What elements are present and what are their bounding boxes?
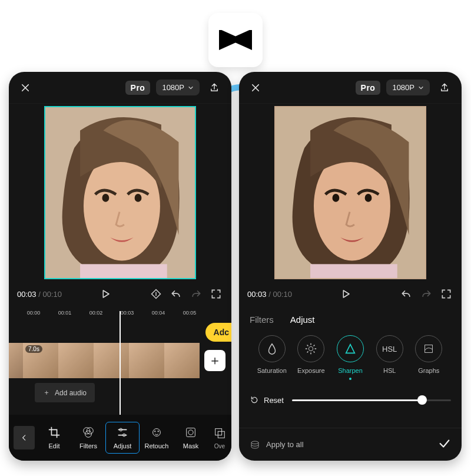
playback-controls: 00:03 / 00:10 [9,279,231,306]
tool-retouch[interactable]: Retouch [140,422,174,453]
clip-thumbnail[interactable] [164,343,200,378]
clip-thumbnail[interactable] [58,343,94,378]
keyframe-icon [150,288,162,300]
resolution-dropdown[interactable]: 1080P [386,80,430,95]
ruler-mark: 00:01 [58,310,72,316]
option-hsl[interactable]: HSL HSL [372,335,407,374]
ruler-mark: 00:03 [121,310,134,316]
close-icon [20,82,31,93]
option-exposure[interactable]: Exposure [293,335,329,374]
add-audio-label: Add audio [55,389,87,397]
export-button[interactable] [436,79,453,97]
clip-thumbnail[interactable] [9,343,23,378]
video-preview[interactable] [274,106,426,279]
svg-rect-1 [219,50,252,52]
svg-rect-6 [80,264,167,278]
svg-point-13 [154,431,155,432]
reset-button[interactable]: Reset [250,395,284,405]
tab-adjust[interactable]: Adjust [290,315,315,325]
fullscreen-button[interactable] [209,287,223,301]
option-graphs[interactable]: Graphs [411,335,447,374]
tool-label: Mask [183,442,198,449]
play-button[interactable] [337,285,354,303]
check-icon [438,437,451,450]
export-icon [439,82,450,94]
option-sharpen[interactable]: Sharpen [333,335,369,380]
tool-filters[interactable]: Filters [71,422,105,453]
total-time: 00:10 [42,290,62,299]
play-button[interactable] [97,285,114,303]
slider-row: Reset [239,382,462,409]
redo-button[interactable] [419,287,433,301]
svg-rect-18 [218,431,224,438]
add-audio-button[interactable]: ＋ Add audio [35,383,95,402]
close-button[interactable] [247,80,264,96]
export-icon [209,82,220,94]
tool-label: Ove [214,443,225,449]
svg-point-4 [102,194,109,202]
timeline-playhead[interactable] [120,311,121,415]
top-bar: Pro 1080P [9,72,231,104]
tool-edit[interactable]: Edit [37,422,71,453]
playback-controls: 00:03 / 00:10 [239,279,462,306]
tab-filters[interactable]: Filters [250,315,274,325]
fullscreen-button[interactable] [439,287,453,301]
option-saturation[interactable]: Saturation [254,335,290,374]
tool-adjust[interactable]: Adjust [105,422,140,454]
svg-point-22 [365,194,372,202]
clip-thumbnail[interactable] [129,343,164,378]
undo-icon [400,288,412,300]
undo-button[interactable] [399,287,413,301]
panel-footer: Apply to all [239,428,462,461]
pro-badge[interactable]: Pro [125,81,151,95]
back-button[interactable] [14,426,35,449]
redo-button[interactable] [189,287,203,301]
add-clip-button[interactable]: Adc [205,323,231,342]
ruler-mark: 00:05 [183,310,197,316]
clip-thumbnail[interactable]: 7.0s [23,343,58,378]
tool-mask[interactable]: Mask [174,422,208,453]
adjust-tabs: Filters Adjust [239,306,462,329]
clip-thumbnail[interactable] [94,343,129,378]
undo-button[interactable] [169,287,183,301]
sun-icon [304,342,317,355]
overlay-icon [213,427,226,439]
adjust-icon [116,426,129,439]
current-time: 00:03 [247,290,267,299]
time-display: 00:03 / 00:10 [247,290,292,299]
video-preview[interactable] [44,106,196,279]
slider-knob[interactable] [417,395,427,405]
add-media-button[interactable]: ＋ [204,350,225,371]
option-label: Sharpen [338,367,363,374]
keyframe-button[interactable] [149,287,163,301]
retouch-icon [150,426,163,439]
tool-label: Adjust [114,442,132,449]
svg-rect-17 [215,428,222,435]
pro-badge[interactable]: Pro [356,81,381,95]
sharpen-slider[interactable] [292,394,451,406]
time-display: 00:03 / 00:10 [17,290,62,299]
fullscreen-icon [210,288,222,300]
svg-rect-15 [187,428,195,437]
tool-overlay[interactable]: Ove [208,423,231,453]
total-time: 00:10 [273,290,292,299]
plus-icon: ＋ [43,388,50,398]
apply-to-all-button[interactable]: Apply to all [250,439,304,450]
chevron-left-icon [20,434,28,442]
svg-point-26 [251,441,258,444]
ruler-mark: 00:00 [27,310,41,316]
current-time: 00:03 [17,290,37,299]
graphs-icon [422,342,435,355]
svg-point-5 [135,194,142,202]
confirm-button[interactable] [438,437,451,452]
option-label: Exposure [297,367,324,374]
slider-fill [292,399,422,401]
chevron-down-icon [188,85,194,91]
tool-label: Retouch [145,442,169,449]
svg-point-14 [158,431,159,432]
resolution-dropdown[interactable]: 1080P [156,80,200,95]
adjust-options[interactable]: Saturation Exposure Sharpen HSL HSL Grap… [239,329,462,382]
close-button[interactable] [17,80,34,96]
export-button[interactable] [205,79,223,97]
preview-frame-illustration [45,107,195,278]
